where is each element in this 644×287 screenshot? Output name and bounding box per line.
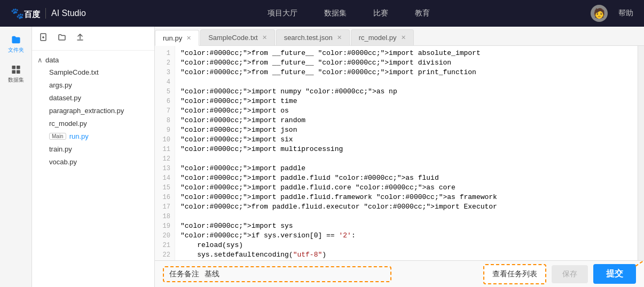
code-line xyxy=(180,212,632,221)
tab-run-py[interactable]: run.py ✕ xyxy=(155,30,199,46)
new-file-button[interactable] xyxy=(37,32,50,45)
upload-button[interactable] xyxy=(74,32,87,45)
tab-rc-model[interactable]: rc_model.py ✕ xyxy=(351,29,414,45)
line-number: 9 xyxy=(155,125,175,135)
file-item[interactable]: train.py xyxy=(47,144,149,154)
svg-rect-0 xyxy=(12,66,15,69)
code-line: "color:#0000cc;">import sys xyxy=(180,221,632,231)
file-name: rc_model.py xyxy=(49,119,87,127)
svg-rect-2 xyxy=(12,70,15,74)
nav-right: 🧑 帮助 xyxy=(591,5,633,22)
code-line: "color:#0000cc;">from __future__ "color:… xyxy=(180,68,632,77)
baidu-logo: 🐾百度 xyxy=(11,7,40,20)
code-line: "color:#0000cc;">import paddle xyxy=(180,164,632,173)
code-line: "color:#0000cc;">import random xyxy=(180,116,632,125)
nav-studio-label: AI Studio xyxy=(51,9,86,18)
code-editor[interactable]: 123456789101112131415161718192021222324 … xyxy=(155,46,644,260)
sidebar-item-datasets[interactable]: 数据集 xyxy=(6,65,26,84)
file-item-with-badge: Main run.py xyxy=(49,132,147,140)
line-number: 4 xyxy=(155,77,175,87)
line-number: 21 xyxy=(155,241,175,250)
tab-label: SampleCode.txt xyxy=(208,34,258,42)
nav-link-education[interactable]: 教育 xyxy=(415,9,430,18)
task-label: 任务备注 xyxy=(169,269,199,279)
line-number: 22 xyxy=(155,250,175,260)
code-line: reload(sys) xyxy=(180,241,632,250)
new-file-icon xyxy=(40,33,48,42)
sidebar-item-files[interactable]: 文件夹 xyxy=(6,35,26,54)
tab-close-icon[interactable]: ✕ xyxy=(262,34,267,41)
code-line: "color:#0000cc;">import os xyxy=(180,106,632,116)
line-number: 18 xyxy=(155,212,175,221)
tab-close-icon[interactable]: ✕ xyxy=(186,35,191,42)
tab-search-json[interactable]: search.test.json ✕ xyxy=(276,29,350,45)
submit-button[interactable]: 提交 xyxy=(593,264,636,284)
code-line: "color:#0000cc;">import six xyxy=(180,135,632,145)
datasets-icon xyxy=(11,65,21,75)
code-line: "color:#0000cc;">from __future__ "color:… xyxy=(180,58,632,68)
file-item[interactable]: SampleCode.txt xyxy=(47,67,149,77)
code-line: "color:#0000cc;">from paddle.fluid.execu… xyxy=(180,202,632,212)
line-number: 8 xyxy=(155,116,175,125)
bottom-bar: 任务备注 基线 查看任务列表 保存 提交 xyxy=(155,260,644,287)
folder-arrow: ∧ xyxy=(37,56,43,64)
top-navigation: 🐾百度 AI Studio 项目大厅 数据集 比赛 教育 🧑 帮助 xyxy=(0,0,644,27)
nav-link-datasets[interactable]: 数据集 xyxy=(324,9,347,18)
new-folder-icon xyxy=(58,33,66,42)
nav-links: 项目大厅 数据集 比赛 教育 xyxy=(107,9,591,18)
view-tasks-button[interactable]: 查看任务列表 xyxy=(483,264,546,284)
tab-close-icon[interactable]: ✕ xyxy=(337,34,342,41)
task-actions: 查看任务列表 保存 提交 xyxy=(483,264,636,284)
line-number: 20 xyxy=(155,231,175,241)
file-item-run[interactable]: Main run.py xyxy=(47,131,149,141)
code-line: "color:#0000cc;">import multiprocessing xyxy=(180,145,632,154)
line-number: 16 xyxy=(155,193,175,202)
line-numbers: 123456789101112131415161718192021222324 xyxy=(155,46,175,260)
line-number: 12 xyxy=(155,154,175,164)
scrollbar-vertical[interactable] xyxy=(638,46,644,260)
file-item[interactable]: paragraph_extraction.py xyxy=(47,106,149,116)
file-item[interactable]: rc_model.py xyxy=(47,118,149,129)
code-line: "color:#0000cc;">import paddle.fluid.cor… xyxy=(180,183,632,193)
line-number: 13 xyxy=(155,164,175,173)
file-item[interactable]: vocab.py xyxy=(47,157,149,167)
line-number: 10 xyxy=(155,135,175,145)
code-line xyxy=(180,154,632,164)
save-button[interactable]: 保存 xyxy=(552,265,588,283)
avatar[interactable]: 🧑 xyxy=(591,5,608,22)
new-folder-button[interactable] xyxy=(56,32,68,45)
tab-close-icon[interactable]: ✕ xyxy=(401,34,406,41)
file-name: dataset.py xyxy=(49,94,81,102)
tab-label: run.py xyxy=(163,34,182,42)
line-number: 7 xyxy=(155,106,175,116)
code-line: "color:#0000cc;">import paddle.fluid.fra… xyxy=(180,193,632,202)
file-name: args.py xyxy=(49,81,72,89)
line-number: 11 xyxy=(155,145,175,154)
sidebar-files-label: 文件夹 xyxy=(8,46,24,54)
main-layout: 文件夹 数据集 xyxy=(0,27,644,287)
code-line: sys.setdefaultencoding("utf-8") xyxy=(180,250,632,260)
line-number: 2 xyxy=(155,58,175,68)
file-item[interactable]: dataset.py xyxy=(47,93,149,103)
baseline-label: 基线 xyxy=(205,269,219,279)
line-number: 1 xyxy=(155,49,175,58)
line-number: 17 xyxy=(155,202,175,212)
nav-help[interactable]: 帮助 xyxy=(618,9,633,18)
tab-label: rc_model.py xyxy=(359,34,397,42)
nav-link-competition[interactable]: 比赛 xyxy=(373,9,388,18)
file-list: SampleCode.txt args.py dataset.py paragr… xyxy=(37,67,149,167)
file-tree-content: ∧ data SampleCode.txt args.py dataset.py… xyxy=(32,51,154,282)
folder-name: data xyxy=(45,56,59,64)
code-line xyxy=(180,77,632,87)
file-name-active: run.py xyxy=(69,132,89,140)
code-line: "color:#0000cc;">from __future__ "color:… xyxy=(180,49,632,58)
tab-samplecode[interactable]: SampleCode.txt ✕ xyxy=(200,29,275,45)
task-input[interactable] xyxy=(225,270,385,278)
code-line: "color:#0000cc;">import paddle.fluid "co… xyxy=(180,173,632,183)
nav-link-projects[interactable]: 项目大厅 xyxy=(268,9,297,18)
file-item[interactable]: args.py xyxy=(47,80,149,90)
folder-data[interactable]: ∧ data xyxy=(37,56,149,64)
line-number: 5 xyxy=(155,87,175,97)
line-number: 14 xyxy=(155,173,175,183)
code-content[interactable]: "color:#0000cc;">from __future__ "color:… xyxy=(175,46,638,260)
